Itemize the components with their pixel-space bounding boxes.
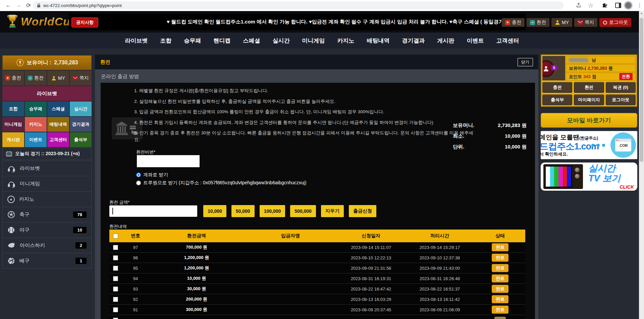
nav-item[interactable]: 이벤트 <box>467 37 484 45</box>
grid-casino[interactable]: 카지노 <box>25 117 47 132</box>
sidebar-item-volleyball[interactable]: 배구 1 <box>3 253 91 268</box>
amount-button[interactable]: 100,000 <box>260 205 285 217</box>
notice-button[interactable]: 공지사항 <box>71 17 98 27</box>
amount-button[interactable]: 50,000 <box>231 205 255 217</box>
nav-item[interactable]: 승무패 <box>184 37 201 45</box>
user-action-button[interactable]: 출석부 <box>542 94 572 105</box>
user-action-button[interactable]: 복권 (0) <box>606 82 636 93</box>
scrollbar-thumb[interactable] <box>640 18 643 162</box>
nav-item[interactable]: 라이브벳 <box>125 37 148 45</box>
grid-bet-history[interactable]: 배팅내역 <box>47 117 69 132</box>
page-scrollbar[interactable]: ▲ <box>639 11 644 319</box>
sidebar-charge-button[interactable]: + 충전 <box>2 71 24 85</box>
user-action-button[interactable]: 환전 <box>574 82 604 93</box>
headset-icon <box>7 180 15 188</box>
nav-item[interactable]: 실시간 <box>273 37 290 45</box>
amount-button[interactable]: 10,000 <box>203 205 226 217</box>
header-my-button[interactable]: MY <box>551 18 572 27</box>
bookmark-star-icon[interactable]: ☆ <box>586 1 595 10</box>
row-checkbox[interactable] <box>113 286 118 292</box>
row-checkbox[interactable] <box>113 297 118 302</box>
user-action-button[interactable]: 마이페이지 <box>574 94 604 105</box>
nav-item[interactable]: 경기결과 <box>402 37 425 45</box>
grid-wdl[interactable]: 승무패 <box>25 102 47 116</box>
sidebar-item-icehockey[interactable]: 아이스하키 2 <box>3 238 91 253</box>
convert-button[interactable]: 전환 <box>619 73 633 80</box>
sidebar-exchange-button[interactable]: − 환전 <box>25 71 47 85</box>
row-checkbox[interactable] <box>113 245 118 250</box>
grid-results[interactable]: 경기결과 <box>70 117 92 132</box>
select-all-checkbox[interactable] <box>113 234 118 239</box>
amount-button[interactable]: 지우기 <box>321 205 344 217</box>
forward-icon[interactable]: → <box>14 1 23 10</box>
cell-amount: 200,000 원 <box>150 296 244 302</box>
sidebar-item-soccer[interactable]: 축구 78 <box>3 207 91 222</box>
nav-item[interactable]: 배팅내역 <box>367 37 390 45</box>
extensions-icon[interactable] <box>600 1 609 10</box>
user-action-button[interactable]: 충전 <box>542 82 572 93</box>
cell-no: 92 <box>121 297 150 302</box>
user-emblem-area: 5 <box>542 56 565 80</box>
grid-special[interactable]: 스페셜 <box>47 102 69 116</box>
close-button[interactable]: 닫기 <box>518 58 533 66</box>
exchange-password-input[interactable] <box>137 155 200 167</box>
nav-item[interactable]: 스페셜 <box>243 37 260 45</box>
back-icon[interactable]: ← <box>4 1 13 10</box>
cell-processed: 2023-08-31 16:26:48 <box>405 276 475 281</box>
side-panel-icon[interactable] <box>614 1 623 10</box>
grid-minigame[interactable]: 미니게임 <box>2 117 24 132</box>
cell-requested: 2023-09-14 15:11:07 <box>337 245 405 250</box>
nav-item[interactable]: 조합 <box>160 37 172 45</box>
grid-support[interactable]: 고객센터 <box>47 132 69 147</box>
sidebar-livebet-button[interactable]: 라이브벳 <box>2 86 92 101</box>
sidebar-item-livebet[interactable]: 라이브벳 <box>3 161 91 176</box>
table-row: 92 200,000 원 2023-08-13 16:03:29 2023-08… <box>109 294 525 305</box>
live-tv-banner[interactable]: 실시간 TV 보기 CLICK <box>541 163 637 191</box>
reload-icon[interactable]: ⟳ <box>24 1 33 10</box>
table-row: 94 10,000 원 2023-08-31 16:19:31 2023-08-… <box>109 273 525 284</box>
text-caret <box>112 208 113 214</box>
row-checkbox[interactable] <box>113 307 118 312</box>
nav-item[interactable]: 핸디캡 <box>214 37 231 45</box>
table-row: 91 300,000 원 2023-08-09 20:37:45 2023-08… <box>109 305 525 315</box>
domain-banner[interactable]: 메인을 모를땐(한글주소) 드컵주소1.com 서 확인하세요. .COM <box>541 131 637 159</box>
user-action-button[interactable]: 로그아웃 <box>606 94 636 105</box>
amount-input[interactable] <box>109 205 197 217</box>
header-exchange-button[interactable]: − 환전 <box>527 18 549 27</box>
header-message-button[interactable]: 쪽지 <box>574 18 597 27</box>
sidebar-item-minigame[interactable]: 미니게임 <box>3 176 91 192</box>
status-badge: 완료 <box>492 264 508 272</box>
header-charge-button[interactable]: + 충전 <box>502 18 525 27</box>
chrome-menu-icon[interactable]: ⋮ <box>635 1 644 10</box>
nav-item[interactable]: 카지노 <box>337 37 355 45</box>
grid-attendance[interactable]: 출석부 <box>70 132 92 147</box>
row-checkbox[interactable] <box>113 266 118 271</box>
scroll-up-arrow[interactable]: ▲ <box>639 11 644 16</box>
volleyball-icon <box>7 257 15 265</box>
share-icon[interactable] <box>574 1 583 10</box>
row-checkbox[interactable] <box>113 276 118 281</box>
sidebar-my-button[interactable]: MY <box>47 71 69 85</box>
amount-button[interactable]: 500,000 <box>290 205 316 217</box>
nav-item[interactable]: 게시판 <box>437 37 454 45</box>
sidebar-item-baseball[interactable]: 야구 10 <box>3 222 91 238</box>
profile-avatar[interactable] <box>624 1 633 10</box>
sidebar-item-casino[interactable]: 카지노 <box>3 192 91 207</box>
person-icon <box>51 76 56 81</box>
logout-button[interactable]: 로그아웃 <box>599 18 631 27</box>
amount-button[interactable]: 출금신청 <box>349 205 376 217</box>
grid-realtime[interactable]: 실시간 <box>70 102 92 116</box>
sidebar-message-button[interactable]: 쪽지 <box>70 71 92 85</box>
row-checkbox[interactable] <box>113 255 118 260</box>
grid-event[interactable]: 이벤트 <box>25 132 47 147</box>
site-logo[interactable]: WorldCup <box>7 14 78 29</box>
radio-account[interactable]: 계좌로 받기 <box>136 172 306 178</box>
quick-buttons: + 충전 − 환전 MY 쪽지 <box>2 71 92 85</box>
mobile-shortcut-button[interactable]: 모바일 바로가기 <box>541 113 637 128</box>
nav-item[interactable]: 고객센터 <box>496 37 519 45</box>
grid-board[interactable]: 게시판 <box>2 132 24 147</box>
radio-tron[interactable]: 트루원으로 받기 (지갑주소 : 0x057f865vzq0ulvtpehgbq… <box>136 180 306 186</box>
nav-item[interactable]: 미니게임 <box>302 37 325 45</box>
grid-combination[interactable]: 조합 <box>2 102 24 116</box>
address-bar[interactable]: wc-4722.com/bbs/point.php?qtype=point <box>33 1 564 9</box>
